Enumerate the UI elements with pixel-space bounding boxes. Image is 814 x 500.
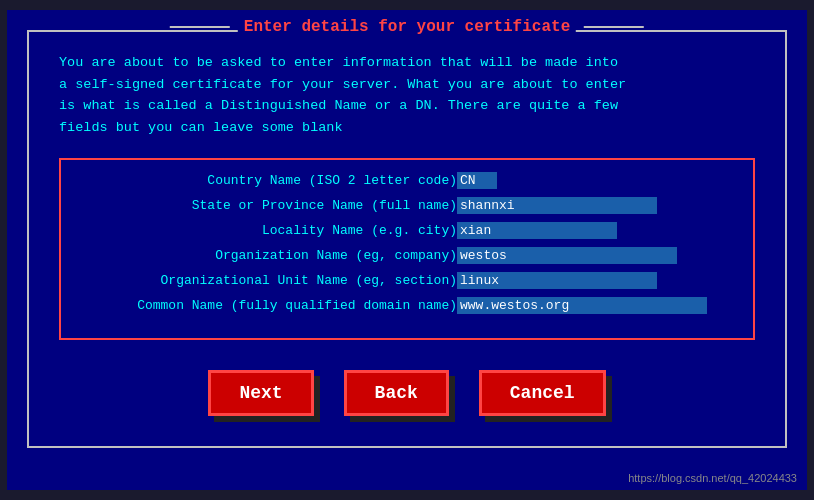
label-org: Organization Name (eg, company) (77, 248, 457, 263)
next-button[interactable]: Next (208, 370, 313, 416)
input-state[interactable] (457, 197, 657, 214)
form-row-locality: Locality Name (e.g. city) (77, 222, 737, 239)
input-org[interactable] (457, 247, 677, 264)
label-domain: Common Name (fully qualified domain name… (77, 298, 457, 313)
title-line-left (170, 26, 230, 28)
next-button-container: Next (208, 370, 313, 416)
input-domain[interactable] (457, 297, 707, 314)
cancel-shadow-bottom (485, 416, 612, 422)
watermark: https://blog.csdn.net/qq_42024433 (628, 472, 797, 484)
label-orgunit: Organizational Unit Name (eg, section) (77, 273, 457, 288)
cancel-button[interactable]: Cancel (479, 370, 606, 416)
buttons-row: Next Back Cancel (59, 370, 755, 416)
cancel-button-container: Cancel (479, 370, 606, 416)
label-country: Country Name (ISO 2 letter code) (77, 173, 457, 188)
input-orgunit[interactable] (457, 272, 657, 289)
back-shadow-bottom (350, 416, 455, 422)
label-locality: Locality Name (e.g. city) (77, 223, 457, 238)
back-button-container: Back (344, 370, 449, 416)
form-row-state: State or Province Name (full name) (77, 197, 737, 214)
next-shadow-bottom (214, 416, 319, 422)
input-locality[interactable] (457, 222, 617, 239)
title-line-right (584, 26, 644, 28)
form-area: Country Name (ISO 2 letter code) State o… (59, 158, 755, 340)
back-button[interactable]: Back (344, 370, 449, 416)
dialog-title: Enter details for your certificate (238, 18, 576, 36)
label-state: State or Province Name (full name) (77, 198, 457, 213)
form-row-org: Organization Name (eg, company) (77, 247, 737, 264)
form-row-orgunit: Organizational Unit Name (eg, section) (77, 272, 737, 289)
dialog-title-bar: Enter details for your certificate (170, 18, 644, 36)
form-row-domain: Common Name (fully qualified domain name… (77, 297, 737, 314)
terminal-background: Enter details for your certificate You a… (7, 10, 807, 490)
input-country[interactable] (457, 172, 497, 189)
dialog-box: Enter details for your certificate You a… (27, 30, 787, 448)
description: You are about to be asked to enter infor… (59, 52, 755, 138)
form-row-country: Country Name (ISO 2 letter code) (77, 172, 737, 189)
